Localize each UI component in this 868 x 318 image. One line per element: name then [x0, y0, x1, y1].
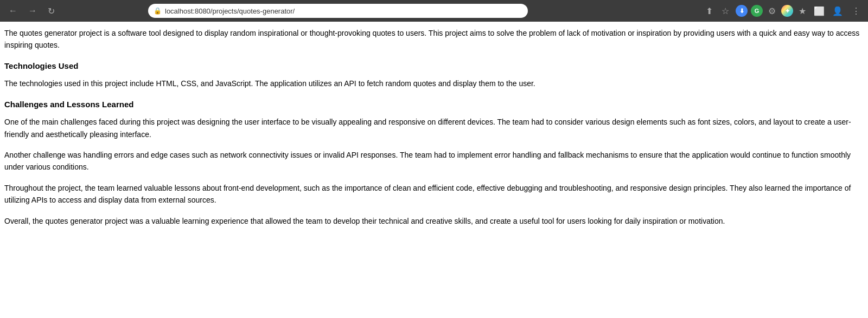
ext-icon-2[interactable]: G [751, 5, 763, 17]
intro-paragraph: The quotes generator project is a softwa… [4, 27, 864, 51]
ext-icon-star[interactable]: ★ [796, 5, 808, 17]
ext-icon-gear[interactable]: ⚙ [766, 5, 778, 17]
technologies-paragraph: The technologies used in this project in… [4, 77, 864, 89]
conclusion-paragraph: Overall, the quotes generator project wa… [4, 215, 864, 227]
url-text: localhost:8080/projects/quotes-generator… [165, 7, 295, 15]
browser-actions: ⬆ ☆ ⬇ G ⚙ ✦ ★ ⬜ 👤 ⋮ [704, 5, 863, 17]
ext-icon-3[interactable]: ✦ [781, 5, 793, 17]
browser-chrome: ← → ↻ 🔒 localhost:8080/projects/quotes-g… [0, 0, 868, 22]
address-bar[interactable]: 🔒 localhost:8080/projects/quotes-generat… [148, 4, 528, 18]
menu-icon[interactable]: ⋮ [850, 5, 863, 17]
ext-icon-person[interactable]: 👤 [830, 5, 845, 17]
bookmark-icon[interactable]: ☆ [719, 5, 731, 17]
share-icon[interactable]: ⬆ [704, 5, 715, 17]
challenges-heading: Challenges and Lessons Learned [4, 99, 864, 111]
page-content: The quotes generator project is a softwa… [0, 22, 868, 318]
lock-icon: 🔒 [154, 7, 162, 15]
extension-icons: ⬇ G ⚙ ✦ ★ ⬜ 👤 [736, 5, 845, 17]
refresh-button[interactable]: ↻ [44, 4, 58, 18]
lessons-paragraph: Throughout the project, the team learned… [4, 182, 864, 206]
challenge2-paragraph: Another challenge was handling errors an… [4, 149, 864, 173]
ext-icon-1[interactable]: ⬇ [736, 5, 748, 17]
forward-button[interactable]: → [25, 4, 40, 18]
ext-icon-window[interactable]: ⬜ [812, 5, 827, 17]
challenge1-paragraph: One of the main challenges faced during … [4, 116, 864, 140]
back-button[interactable]: ← [5, 4, 21, 18]
technologies-heading: Technologies Used [4, 60, 864, 73]
